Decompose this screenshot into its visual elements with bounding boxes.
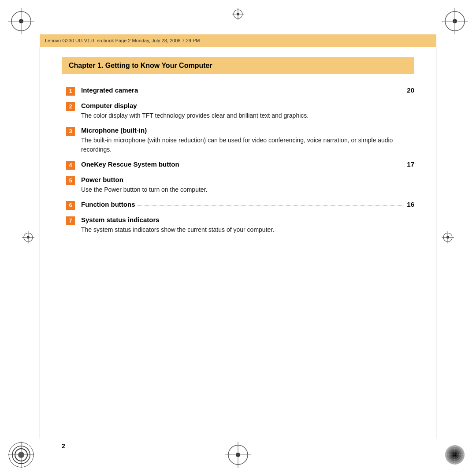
border-right [436, 34, 436, 439]
corner-mark-br [442, 442, 468, 468]
item-title-1: Computer display [81, 102, 137, 109]
list-item: 6Function buttons16 [66, 201, 414, 210]
svg-point-12 [18, 452, 24, 458]
item-badge-1: 1 [66, 87, 75, 96]
item-content-2: Microphone (built-in)The built-in microp… [81, 126, 414, 154]
item-desc-1: The color display with TFT technology pr… [81, 111, 414, 120]
corner-mark-bl [8, 442, 34, 468]
item-title-6: System status indicators [81, 216, 160, 223]
list-item: 3Microphone (built-in)The built-in micro… [66, 126, 414, 154]
item-badge-3: 3 [66, 127, 75, 136]
item-title-4: Power button [81, 176, 123, 183]
list-item: 2Computer displayThe color display with … [66, 102, 414, 120]
item-badge-2: 2 [66, 102, 75, 111]
item-title-2: Microphone (built-in) [81, 126, 147, 134]
chapter-heading: Chapter 1. Getting to Know Your Computer [62, 57, 414, 74]
page-number: 2 [62, 443, 65, 450]
reg-mark-right [442, 231, 454, 245]
item-badge-7: 7 [66, 216, 75, 225]
item-page-0: 20 [407, 86, 414, 94]
item-content-3: OneKey Rescue System button17 [81, 160, 414, 168]
border-left [40, 34, 40, 439]
item-page-3: 17 [407, 160, 414, 168]
items-list: 1Integrated camera202Computer displayThe… [62, 86, 414, 234]
header-bar: Lenovo G230 UG V1.0_en.book Page 2 Monda… [40, 34, 436, 47]
list-item: 5Power buttonUse the Power button to tur… [66, 176, 414, 194]
item-content-5: Function buttons16 [81, 201, 414, 208]
chapter-title: Chapter 1. Getting to Know Your Computer [69, 62, 212, 69]
item-badge-5: 5 [66, 176, 75, 185]
item-content-1: Computer displayThe color display with T… [81, 102, 414, 120]
item-desc-2: The built-in microphone (with noise redu… [81, 136, 414, 154]
item-content-4: Power buttonUse the Power button to turn… [81, 176, 414, 194]
item-desc-4: Use the Power button to turn on the comp… [81, 185, 414, 194]
item-page-5: 16 [407, 201, 414, 208]
reg-mark-left [22, 231, 34, 245]
main-content: Chapter 1. Getting to Know Your Computer… [62, 57, 414, 432]
item-badge-4: 4 [66, 161, 75, 170]
list-item: 4OneKey Rescue System button17 [66, 160, 414, 170]
list-item: 7System status indicatorsThe system stat… [66, 216, 414, 234]
item-title-5: Function buttons [81, 201, 135, 208]
corner-mark-tl [8, 8, 34, 34]
item-title-0: Integrated camera [81, 86, 138, 94]
item-content-0: Integrated camera20 [81, 86, 414, 94]
header-file-info: Lenovo G230 UG V1.0_en.book Page 2 Monda… [45, 38, 200, 43]
center-bottom-mark [225, 442, 251, 468]
item-desc-6: The system status indicators show the cu… [81, 225, 414, 234]
item-content-6: System status indicatorsThe system statu… [81, 216, 414, 234]
item-badge-6: 6 [66, 201, 75, 210]
corner-mark-tr [442, 8, 468, 34]
item-title-3: OneKey Rescue System button [81, 160, 179, 168]
reg-mark-top [232, 8, 244, 22]
list-item: 1Integrated camera20 [66, 86, 414, 96]
